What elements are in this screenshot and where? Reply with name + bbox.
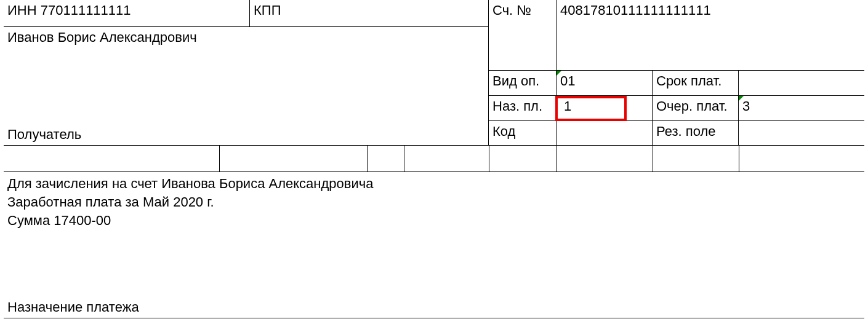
kpp-label: КПП xyxy=(254,2,281,18)
account-value-cell: 40817810111111111111 xyxy=(557,0,864,71)
srok-plat-value-cell xyxy=(739,71,864,96)
account-label: Сч. № xyxy=(492,2,531,18)
naz-pl-label: Наз. пл. xyxy=(492,98,542,114)
srok-plat-label: Срок плат. xyxy=(656,73,721,89)
vid-op-label-cell: Вид оп. xyxy=(489,71,557,96)
purpose-line-2: Заработная плата за Май 2020 г. xyxy=(7,194,214,210)
inn-label: ИНН xyxy=(7,2,37,18)
kod-value-cell xyxy=(557,121,653,146)
kod-label-cell: Код xyxy=(489,121,557,146)
purpose-line-1: Для зачисления на счет Иванова Бориса Ал… xyxy=(7,176,373,192)
account-label-cell: Сч. № xyxy=(489,0,557,71)
rez-pole-value-cell xyxy=(739,121,864,146)
inn-cell: ИНН 770111111111 xyxy=(4,0,250,27)
ocher-plat-value-cell: 3 xyxy=(739,96,864,121)
rez-pole-label-cell: Рез. поле xyxy=(653,121,739,146)
divider xyxy=(219,146,220,171)
ocher-plat-label-cell: Очер. плат. xyxy=(653,96,739,121)
divider xyxy=(367,146,368,171)
rez-pole-label: Рез. поле xyxy=(656,124,716,139)
naz-pl-label-cell: Наз. пл. xyxy=(489,96,557,121)
kod-label: Код xyxy=(492,124,515,139)
divider xyxy=(557,146,557,171)
vid-op-value: 01 xyxy=(560,73,575,89)
account-value-part1: 40817810 xyxy=(560,2,621,18)
recipient-name: Иванов Борис Александрович xyxy=(7,30,197,45)
kpp-cell: КПП xyxy=(250,0,489,27)
naz-pl-value: 1 xyxy=(560,98,571,114)
payment-purpose-block: Для зачисления на счет Иванова Бориса Ал… xyxy=(4,172,864,318)
vid-op-value-cell: 01 xyxy=(557,71,653,96)
naz-pl-value-cell: 1 xyxy=(557,96,653,121)
excel-error-indicator-icon xyxy=(739,96,744,101)
excel-error-indicator-icon xyxy=(557,71,561,76)
inn-value: 770111111111 xyxy=(41,2,131,18)
account-value-part2: 111111111111 xyxy=(621,2,711,18)
divider xyxy=(739,146,739,171)
srok-plat-label-cell: Срок плат. xyxy=(653,71,739,96)
recipient-block: Иванов Борис Александрович Получатель xyxy=(4,27,489,146)
recipient-label: Получатель xyxy=(7,127,81,143)
purpose-label: Назначение платежа xyxy=(7,299,139,315)
divider xyxy=(489,146,489,171)
purpose-line-3: Сумма 17400-00 xyxy=(7,213,111,229)
vid-op-label: Вид оп. xyxy=(492,73,539,89)
divider xyxy=(404,146,404,171)
divider xyxy=(653,146,653,171)
ocher-plat-label: Очер. плат. xyxy=(656,98,728,114)
spacer-row xyxy=(4,146,864,172)
